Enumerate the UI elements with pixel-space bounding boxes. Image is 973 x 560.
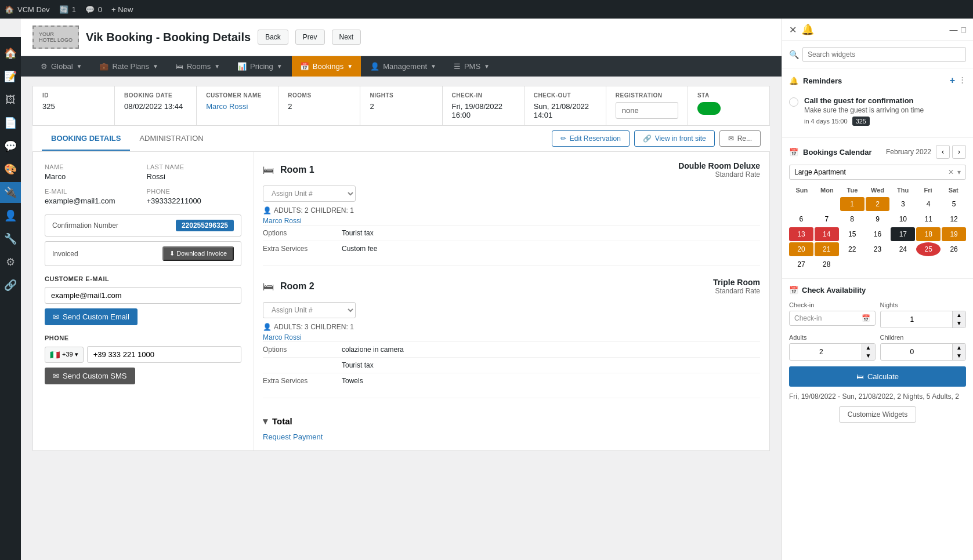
calendar-day[interactable]: 16 <box>866 227 890 241</box>
customer-email-input[interactable] <box>45 287 241 304</box>
sidebar-icon-appearance[interactable]: 🎨 <box>0 159 21 180</box>
remind-button[interactable]: ✉ Re... <box>719 130 761 147</box>
phone-input[interactable] <box>87 346 241 363</box>
widget-minimize-button[interactable]: — <box>950 25 958 34</box>
reminders-dots-menu[interactable]: ⋮ <box>958 75 966 86</box>
reminder-checkbox[interactable] <box>789 97 798 107</box>
calendar-day[interactable]: 27 <box>789 257 813 271</box>
customize-widgets-button[interactable]: Customize Widgets <box>839 406 916 423</box>
sidebar-icon-comments[interactable]: 💬 <box>0 136 21 157</box>
sidebar-icon-plugins[interactable]: 🔌 <box>0 182 21 203</box>
nights-increment[interactable]: ▲ <box>952 311 965 319</box>
calendar-day[interactable]: 25 <box>916 242 941 256</box>
calendar-day[interactable]: 21 <box>815 242 839 256</box>
nav-rate-plans[interactable]: 💼 Rate Plans ▼ <box>91 56 167 77</box>
calendar-day[interactable]: 9 <box>866 212 890 226</box>
back-button[interactable]: Back <box>258 30 288 45</box>
close-select-icon[interactable]: ✕ <box>948 168 954 176</box>
sidebar-icon-pages[interactable]: 📄 <box>0 112 21 133</box>
calendar-day[interactable]: 3 <box>891 197 915 211</box>
sidebar-icon-share[interactable]: 🔗 <box>0 275 21 296</box>
adults-increment[interactable]: ▲ <box>862 344 875 352</box>
calendar-day[interactable]: 18 <box>916 227 941 241</box>
sidebar-icon-users[interactable]: 👤 <box>0 205 21 226</box>
calendar-day[interactable]: 7 <box>815 212 839 226</box>
admin-bar-new[interactable]: + New <box>111 5 133 14</box>
calendar-property-dropdown: Large Apartment ✕ ▾ <box>789 165 966 180</box>
room-2-unit-select[interactable]: Assign Unit # <box>263 302 356 318</box>
calculate-button[interactable]: 🛏 Calculate <box>789 366 966 387</box>
nav-global[interactable]: ⚙ Global ▼ <box>32 56 90 77</box>
calendar-day[interactable]: 26 <box>942 242 966 256</box>
global-arrow: ▼ <box>77 63 82 70</box>
edit-reservation-button[interactable]: ✏ Edit Reservation <box>552 130 630 147</box>
room-2-info-right: Triple Room Standard Rate <box>713 278 760 295</box>
calendar-day[interactable]: 28 <box>815 257 839 271</box>
calendar-day[interactable]: 6 <box>789 212 813 226</box>
sidebar-icon-media[interactable]: 🖼 <box>0 89 21 110</box>
checkin-input-row[interactable]: Check-in 📅 <box>789 311 876 326</box>
sidebar-icon-posts[interactable]: 📝 <box>0 66 21 87</box>
calendar-day[interactable]: 4 <box>916 197 941 211</box>
nav-management[interactable]: 👤 Management ▼ <box>362 56 444 77</box>
checkin-field: Check-in Check-in 📅 <box>789 301 876 328</box>
calendar-day[interactable]: 22 <box>840 242 865 256</box>
calendar-day[interactable]: 5 <box>942 197 966 211</box>
calendar-day[interactable]: 14 <box>815 227 839 241</box>
calendar-day[interactable]: 17 <box>891 227 915 241</box>
room-2-extras-row: Extra Services Towels <box>263 373 760 388</box>
widget-close-button[interactable]: ✕ <box>789 24 797 35</box>
collapse-icon[interactable]: ▾ <box>263 416 267 427</box>
calendar-day[interactable]: 2 <box>866 197 890 211</box>
prev-button[interactable]: Prev <box>295 30 325 45</box>
send-custom-sms-button[interactable]: ✉ Send Custom SMS <box>45 368 135 384</box>
download-invoice-button[interactable]: ⬇ Download Invoice <box>162 246 234 261</box>
calendar-next-button[interactable]: › <box>952 145 966 159</box>
sidebar-icon-settings[interactable]: ⚙ <box>0 252 21 272</box>
calendar-day[interactable]: 20 <box>789 242 813 256</box>
nights-input[interactable] <box>881 312 953 326</box>
calendar-day[interactable]: 13 <box>789 227 813 241</box>
reminder-item: Call the guest for confirmation Make sur… <box>789 92 966 130</box>
tab-booking-details[interactable]: BOOKING DETAILS <box>42 127 130 151</box>
calendar-prev-button[interactable]: ‹ <box>936 145 950 159</box>
calendar-day[interactable]: 24 <box>891 242 915 256</box>
calendar-day[interactable]: 12 <box>942 212 966 226</box>
country-code-selector[interactable]: 🇮🇹 +39 ▾ <box>45 347 84 363</box>
adults-decrement[interactable]: ▼ <box>862 352 875 360</box>
room-2-assign: Assign Unit # <box>263 302 760 318</box>
calendar-day[interactable]: 8 <box>840 212 865 226</box>
admin-bar-site[interactable]: 🏠 VCM Dev <box>5 5 50 14</box>
send-custom-email-button[interactable]: ✉ Send Custom Email <box>45 308 138 325</box>
admin-bar-comments[interactable]: 💬 0 <box>85 5 102 14</box>
request-payment-link[interactable]: Request Payment <box>263 432 323 441</box>
reminders-add-button[interactable]: + <box>950 75 955 86</box>
nights-decrement[interactable]: ▼ <box>952 319 965 328</box>
nav-pricing[interactable]: 📊 Pricing ▼ <box>229 56 291 77</box>
children-increment[interactable]: ▲ <box>952 344 965 352</box>
property-select[interactable]: Large Apartment ✕ ▾ <box>789 165 966 180</box>
room-1-guest-name: Marco Rossi <box>263 217 760 225</box>
nav-bookings[interactable]: 📅 Bookings ▼ <box>292 56 361 77</box>
room-1-unit-select[interactable]: Assign Unit # <box>263 186 356 202</box>
widget-maximize-button[interactable]: □ <box>961 25 966 34</box>
nav-pms[interactable]: ☰ PMS ▼ <box>446 56 498 77</box>
tab-administration[interactable]: ADMINISTRATION <box>130 127 212 151</box>
sidebar-icon-dashboard[interactable]: 🏠 <box>0 43 21 64</box>
calendar-day[interactable]: 10 <box>891 212 915 226</box>
adults-input[interactable] <box>790 345 862 359</box>
calendar-day[interactable]: 15 <box>840 227 865 241</box>
calendar-day[interactable]: 19 <box>942 227 966 241</box>
view-front-site-button[interactable]: 🔗 View in front site <box>634 130 715 147</box>
widget-search-input[interactable] <box>802 47 966 62</box>
calendar-day[interactable]: 1 <box>840 197 865 211</box>
admin-bar-updates[interactable]: 🔄 1 <box>59 5 76 14</box>
next-button[interactable]: Next <box>332 30 361 45</box>
calendar-day[interactable]: 23 <box>866 242 890 256</box>
calendar-day[interactable]: 11 <box>916 212 941 226</box>
children-input[interactable] <box>881 345 953 359</box>
children-decrement[interactable]: ▼ <box>952 352 965 360</box>
nav-rooms[interactable]: 🛏 Rooms ▼ <box>168 56 228 77</box>
room-1-meta: Room 1 <box>280 165 672 175</box>
sidebar-icon-tools[interactable]: 🔧 <box>0 228 21 249</box>
